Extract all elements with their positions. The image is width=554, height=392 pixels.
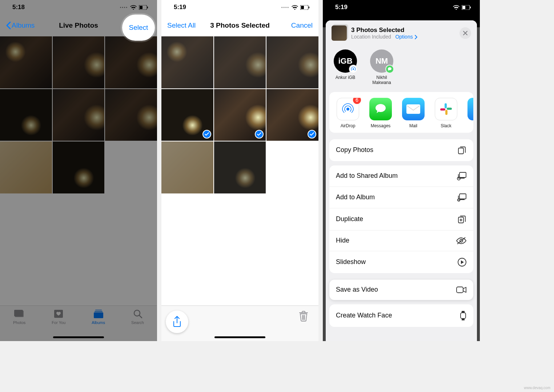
avatar: iGB <box>334 49 357 73</box>
app-messages[interactable]: Messages <box>369 98 393 128</box>
duplicate-icon <box>457 215 467 224</box>
action-group: Create Watch Face <box>329 304 473 327</box>
sheet-header-text: 3 Photos Selected Location Included Opti… <box>351 27 455 40</box>
app-slack[interactable]: Slack <box>434 98 458 128</box>
cancel-button[interactable]: Cancel <box>291 21 313 29</box>
badge-count: 6 <box>353 98 361 104</box>
contacts-row: iGB Ankur iGB NM Nikhil Makwana <box>326 46 477 92</box>
status-time: 5:19 <box>335 4 348 11</box>
photo-thumb[interactable] <box>214 141 266 193</box>
nav-title: 3 Photos Selected <box>210 21 270 29</box>
contact-name: Ankur iGB <box>336 75 356 80</box>
photo-thumb[interactable] <box>161 36 213 88</box>
sheet-subtitle: Location Included Options <box>351 34 455 40</box>
svg-rect-4 <box>14 310 23 316</box>
photo-thumb[interactable] <box>53 36 105 88</box>
action-copy-photos[interactable]: Copy Photos <box>329 139 473 161</box>
photo-thumb-selected[interactable] <box>161 89 213 141</box>
svg-rect-34 <box>461 313 466 319</box>
slack-icon <box>435 98 457 120</box>
app-more[interactable] <box>467 98 473 128</box>
status-icons: •••• <box>120 4 148 11</box>
status-time: 5:18 <box>12 4 25 11</box>
photo-thumb[interactable] <box>53 141 105 193</box>
photo-thumb[interactable] <box>105 36 157 88</box>
share-button[interactable] <box>166 311 188 333</box>
app-mail[interactable]: Mail <box>401 98 425 128</box>
photo-thumb[interactable] <box>0 141 52 193</box>
back-button[interactable]: Albums <box>6 21 35 29</box>
svg-rect-19 <box>406 104 420 114</box>
battery-icon <box>462 4 471 11</box>
nav-bar: Select All 3 Photos Selected Cancel <box>161 15 318 36</box>
copy-icon <box>457 145 467 155</box>
shared-album-icon <box>457 172 467 180</box>
phone-screen-2: 5:19 •••• Select All 3 Photos Selected C… <box>161 0 318 341</box>
photo-grid <box>161 36 318 193</box>
photo-thumb[interactable] <box>161 141 213 193</box>
action-add-shared-album[interactable]: Add to Shared Album <box>329 165 473 187</box>
svg-rect-6 <box>95 309 102 311</box>
cellular-icon: •••• <box>120 5 128 9</box>
action-add-album[interactable]: Add to Album <box>329 187 473 208</box>
photo-thumb-selected[interactable] <box>214 89 266 141</box>
battery-icon <box>300 4 310 11</box>
action-group: Add to Shared Album Add to Album Duplica… <box>329 165 473 273</box>
action-group-highlighted: Save as Video <box>329 280 473 300</box>
svg-rect-24 <box>458 148 463 154</box>
home-indicator[interactable] <box>53 336 104 338</box>
airdrop-icon: 6 <box>337 98 359 120</box>
contact-item[interactable]: iGB Ankur iGB <box>332 49 358 85</box>
close-button[interactable] <box>459 27 471 39</box>
status-bar: 5:19 <box>323 0 480 15</box>
messages-icon <box>369 98 392 120</box>
wifi-icon <box>292 4 298 11</box>
tab-search[interactable]: Search <box>131 309 144 341</box>
action-slideshow[interactable]: Slideshow <box>329 251 473 273</box>
svg-point-17 <box>353 68 354 70</box>
photo-thumb[interactable] <box>266 36 318 88</box>
svg-rect-22 <box>445 110 447 115</box>
app-airdrop[interactable]: 6 AirDrop <box>336 98 360 128</box>
wifi-icon <box>130 4 137 11</box>
action-group: Copy Photos <box>329 139 473 161</box>
contact-name: Nikhil Makwana <box>369 75 395 85</box>
contact-item[interactable]: NM Nikhil Makwana <box>369 49 395 85</box>
photo-thumb-selected[interactable] <box>266 89 318 141</box>
photo-thumb[interactable] <box>53 89 105 141</box>
select-all-button[interactable]: Select All <box>167 21 196 29</box>
svg-rect-2 <box>147 7 148 8</box>
delete-button[interactable] <box>299 311 308 323</box>
photo-thumb[interactable] <box>105 89 157 141</box>
airdrop-badge-icon <box>349 65 358 73</box>
svg-point-18 <box>346 108 349 111</box>
svg-rect-27 <box>459 194 466 199</box>
photo-thumb[interactable] <box>214 36 266 88</box>
play-circle-icon <box>457 257 467 267</box>
svg-point-26 <box>457 177 460 180</box>
phone-screen-1: 5:18 •••• Albums Live Photos Select <box>0 0 157 341</box>
action-save-as-video[interactable]: Save as Video <box>329 280 473 300</box>
photo-thumb[interactable] <box>0 89 52 141</box>
photo-grid <box>0 36 157 193</box>
back-label: Albums <box>12 21 35 29</box>
avatar: NM <box>370 49 393 73</box>
tab-bar: Photos For You Albums Search <box>0 305 157 341</box>
home-indicator[interactable] <box>214 336 265 338</box>
nav-bar: Albums Live Photos <box>0 15 157 36</box>
options-link[interactable]: Options <box>395 34 417 40</box>
photo-thumb[interactable] <box>0 36 52 88</box>
svg-rect-35 <box>462 311 465 312</box>
svg-rect-8 <box>94 312 103 318</box>
action-hide[interactable]: Hide <box>329 231 473 251</box>
sheet-thumbnail <box>332 25 347 41</box>
svg-rect-1 <box>140 6 142 9</box>
messages-badge-icon <box>385 65 394 73</box>
nav-title: Live Photos <box>59 21 98 29</box>
svg-rect-13 <box>309 7 309 8</box>
video-icon <box>456 286 467 294</box>
watch-icon <box>459 311 467 321</box>
action-create-watch-face[interactable]: Create Watch Face <box>329 304 473 327</box>
action-duplicate[interactable]: Duplicate <box>329 208 473 231</box>
tab-photos[interactable]: Photos <box>13 309 25 341</box>
